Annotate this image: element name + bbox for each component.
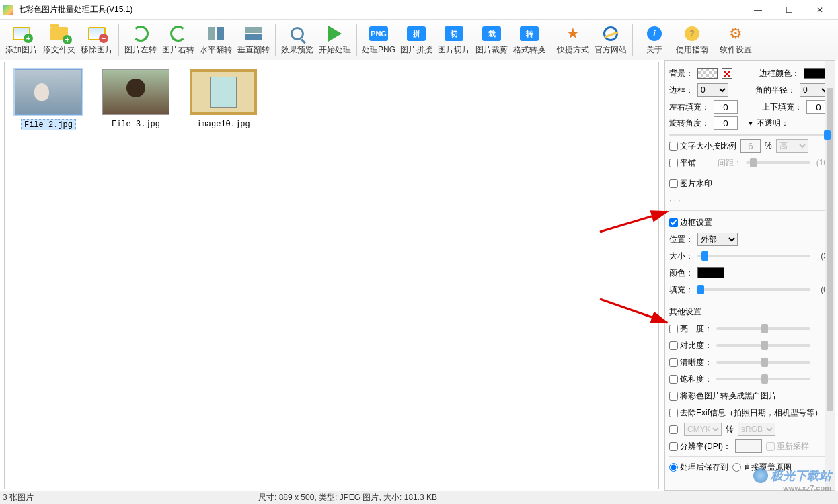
toolbar-preview[interactable]: 效果预览 — [278, 22, 316, 58]
window-title: 七彩色图片批量处理工具(V15.1) — [17, 4, 742, 15]
saturation-slider[interactable] — [716, 378, 810, 380]
toolbar-add-image[interactable]: +添加图片 — [3, 22, 40, 58]
toolbar-format[interactable]: 转格式转换 — [510, 22, 548, 58]
crop-label: 图片裁剪 — [475, 44, 508, 56]
rotate-label: 旋转角度： — [669, 118, 710, 129]
sharpness-checkbox[interactable]: 清晰度： — [669, 357, 712, 368]
preview-label: 效果预览 — [281, 44, 313, 56]
position-select[interactable]: 外部 — [697, 233, 738, 246]
bw-checkbox[interactable]: 将彩色图片转换成黑白图片 — [669, 390, 777, 402]
spacing-slider — [746, 161, 810, 164]
toolbar-guide[interactable]: ?使用指南 — [673, 22, 711, 58]
cmyk-checkbox[interactable] — [669, 425, 678, 434]
status-left: 3 张图片 — [3, 492, 258, 503]
border-color-label: 边框颜色： — [759, 68, 800, 79]
textscale-input — [740, 139, 761, 153]
tile-checkbox[interactable]: 平铺 — [669, 157, 696, 169]
format-label: 格式转换 — [513, 44, 545, 56]
pad-lr-label: 左右填充： — [669, 101, 710, 113]
brightness-checkbox[interactable]: 亮 度： — [669, 323, 712, 335]
toolbar-cut[interactable]: 切图片切片 — [435, 22, 473, 58]
rotate-right-label: 图片右转 — [162, 44, 194, 56]
toolbar-settings[interactable]: ⚙软件设置 — [717, 22, 755, 58]
rotate-input[interactable] — [714, 116, 738, 130]
shortcut-icon: ★ — [564, 24, 582, 43]
cut-icon: 切 — [445, 24, 463, 43]
toolbar-join[interactable]: 拼图片拼接 — [397, 22, 435, 58]
website-label: 官方网站 — [595, 44, 627, 56]
cmyk-dst-select[interactable]: sRGB — [738, 423, 775, 436]
flip-v-icon — [244, 24, 263, 43]
thumbnail-caption: File 2.jpg — [24, 120, 73, 130]
brightness-slider[interactable] — [716, 327, 810, 330]
textscale-select[interactable]: 高 — [776, 139, 808, 153]
start-label: 开始处理 — [319, 44, 351, 56]
cmyk-src-select[interactable]: CMYK — [684, 423, 722, 436]
title-bar: 七彩色图片批量处理工具(V15.1) — ☐ ✕ — [0, 0, 838, 20]
preview-icon — [288, 24, 307, 43]
toolbar-remove-image[interactable]: −移除图片 — [78, 22, 116, 58]
app-icon — [3, 5, 13, 15]
toolbar-website[interactable]: 官方网站 — [592, 22, 630, 58]
maximize-button[interactable]: ☐ — [773, 0, 804, 20]
settings-icon: ⚙ — [726, 24, 745, 43]
save-to-radio[interactable]: 处理后保存到 — [669, 462, 728, 473]
saturation-checkbox[interactable]: 饱和度： — [669, 374, 712, 385]
add-folder-icon: + — [50, 24, 69, 43]
toolbar-flip-v[interactable]: 垂直翻转 — [235, 22, 272, 58]
size-slider[interactable] — [697, 255, 810, 257]
toolbar-start[interactable]: 开始处理 — [316, 22, 354, 58]
png-label: 处理PNG — [362, 44, 395, 56]
img-watermark-checkbox[interactable]: 图片水印 — [669, 178, 712, 190]
thumbnail-area[interactable]: File 2.jpgFile 3.jpgimage10.jpg — [4, 62, 659, 489]
guide-icon: ? — [683, 24, 701, 43]
toolbar-about[interactable]: i关于 — [636, 22, 673, 58]
thumbnail-caption: File 3.jpg — [112, 120, 160, 129]
border-width-select[interactable]: 0 — [697, 83, 728, 97]
overwrite-radio[interactable]: 直接覆盖原图 — [732, 462, 792, 473]
toolbar-crop[interactable]: 裁图片裁剪 — [473, 22, 510, 58]
bg-clear-icon[interactable] — [722, 68, 732, 79]
dpi-input — [735, 439, 762, 453]
toolbar-shortcut[interactable]: ★快捷方式 — [554, 22, 592, 58]
toolbar-rotate-left[interactable]: 图片左转 — [122, 22, 159, 58]
crop-icon: 裁 — [482, 24, 501, 43]
dropdown-icon[interactable]: ▾ — [749, 118, 753, 128]
contrast-slider[interactable] — [716, 344, 810, 347]
fill-slider[interactable] — [697, 288, 810, 291]
exif-checkbox[interactable]: 去除Exif信息（拍照日期，相机型号等） — [669, 407, 823, 419]
start-icon — [326, 24, 344, 43]
sharpness-slider[interactable] — [716, 361, 810, 364]
flip-v-label: 垂直翻转 — [237, 44, 270, 56]
pad-lr-input[interactable] — [714, 100, 738, 114]
toolbar-flip-h[interactable]: 水平翻转 — [197, 22, 235, 58]
toolbar-add-folder[interactable]: +添文件夹 — [40, 22, 78, 58]
toolbar-png[interactable]: PNG处理PNG — [360, 22, 397, 58]
thumbnail-item[interactable]: File 3.jpg — [99, 69, 173, 129]
bg-swatch[interactable] — [697, 68, 718, 79]
frame-color-swatch[interactable] — [697, 267, 724, 278]
border-settings-checkbox[interactable]: 边框设置 — [669, 217, 712, 228]
close-button[interactable]: ✕ — [804, 0, 835, 20]
minimize-button[interactable]: — — [742, 0, 773, 20]
toolbar-rotate-right[interactable]: 图片右转 — [159, 22, 197, 58]
resample-checkbox[interactable]: 重新采样 — [766, 441, 809, 452]
pad-tb-label: 上下填充： — [762, 101, 802, 113]
dpi-checkbox[interactable]: 分辨率(DPI)： — [669, 441, 731, 452]
size-label: 大小： — [669, 251, 693, 262]
add-image-label: 添加图片 — [5, 44, 38, 56]
position-label: 位置： — [669, 234, 693, 245]
status-bar: 3 张图片 尺寸: 889 x 500, 类型: JPEG 图片, 大小: 18… — [0, 491, 838, 504]
thumbnail-item[interactable]: image10.jpg — [186, 69, 260, 129]
contrast-checkbox[interactable]: 对比度： — [669, 340, 712, 351]
textscale-checkbox[interactable]: 文字大小按比例 — [669, 140, 736, 152]
pct-label: % — [765, 141, 772, 151]
guide-label: 使用指南 — [676, 44, 708, 56]
side-panel: 背景： 边框颜色： 边框： 0 角的半径： 0 左右填充： 上下填充： 旋转角度… — [664, 60, 835, 491]
opacity-slider[interactable] — [669, 134, 831, 136]
cmyk-to-label: 转 — [726, 424, 734, 435]
thumbnail-item[interactable]: File 2.jpg — [11, 69, 85, 130]
panel-scrollbar[interactable] — [825, 61, 835, 490]
png-icon: PNG — [369, 24, 388, 43]
rotate-left-icon — [131, 24, 150, 43]
